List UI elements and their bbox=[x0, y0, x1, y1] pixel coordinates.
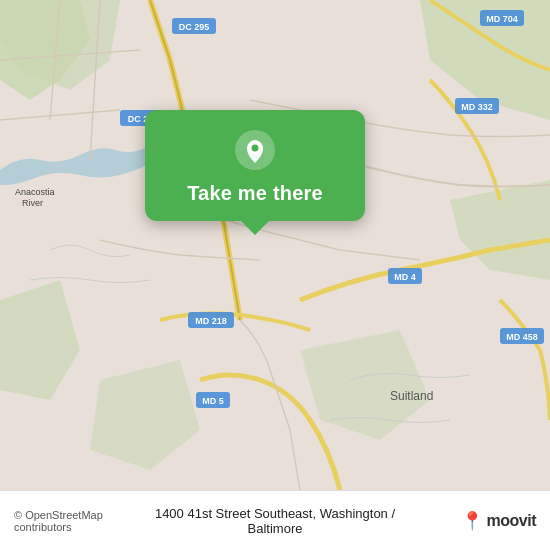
moovit-pin-icon: 📍 bbox=[461, 510, 483, 532]
take-me-there-button[interactable]: Take me there bbox=[187, 182, 323, 205]
moovit-brand-text: moovit bbox=[487, 512, 536, 530]
svg-text:MD 332: MD 332 bbox=[461, 102, 493, 112]
svg-text:MD 5: MD 5 bbox=[202, 396, 224, 406]
navigation-popup[interactable]: Take me there bbox=[145, 110, 365, 221]
svg-text:MD 218: MD 218 bbox=[195, 316, 227, 326]
moovit-logo: 📍 moovit bbox=[406, 510, 537, 532]
copyright-text: © OpenStreetMap contributors bbox=[14, 509, 145, 533]
map-background: Anacostia River DC 295 DC 295 MD 4 MD 5 … bbox=[0, 0, 550, 490]
map-container: Anacostia River DC 295 DC 295 MD 4 MD 5 … bbox=[0, 0, 550, 490]
svg-text:MD 458: MD 458 bbox=[506, 332, 538, 342]
location-pin-icon bbox=[233, 128, 277, 172]
svg-text:Suitland: Suitland bbox=[390, 389, 433, 403]
svg-text:MD 4: MD 4 bbox=[394, 272, 416, 282]
svg-text:MD 704: MD 704 bbox=[486, 14, 518, 24]
svg-point-33 bbox=[252, 145, 259, 152]
address-text: 1400 41st Street Southeast, Washington /… bbox=[145, 506, 406, 536]
svg-text:DC 295: DC 295 bbox=[179, 22, 210, 32]
svg-text:Anacostia: Anacostia bbox=[15, 187, 55, 197]
svg-text:River: River bbox=[22, 198, 43, 208]
bottom-bar: © OpenStreetMap contributors 1400 41st S… bbox=[0, 490, 550, 550]
